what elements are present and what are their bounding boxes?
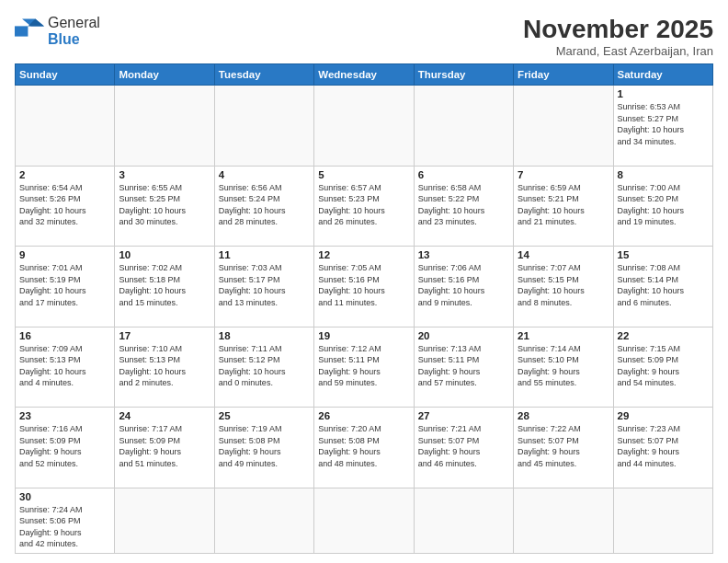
day-info: Sunrise: 7:05 AM Sunset: 5:16 PM Dayligh… [318,262,409,308]
day-info: Sunrise: 6:58 AM Sunset: 5:22 PM Dayligh… [418,182,509,228]
logo-text: General Blue [48,15,100,47]
day-info: Sunrise: 7:19 AM Sunset: 5:08 PM Dayligh… [219,423,310,469]
day-number: 21 [518,330,609,341]
calendar-cell: 5Sunrise: 6:57 AM Sunset: 5:23 PM Daylig… [314,166,414,247]
day-number: 14 [518,249,609,260]
calendar-cell [414,86,513,167]
generalblue-logo-icon [15,18,44,44]
svg-rect-0 [15,26,28,36]
day-number: 18 [219,330,310,341]
calendar-cell: 19Sunrise: 7:12 AM Sunset: 5:11 PM Dayli… [314,327,414,408]
calendar-cell [115,86,214,167]
calendar-cell: 23Sunrise: 7:16 AM Sunset: 5:09 PM Dayli… [16,408,115,488]
day-info: Sunrise: 6:54 AM Sunset: 5:26 PM Dayligh… [19,182,110,228]
calendar-cell [514,86,613,167]
calendar-cell: 6Sunrise: 6:58 AM Sunset: 5:22 PM Daylig… [414,166,513,247]
calendar-cell [314,488,414,553]
calendar-cell: 25Sunrise: 7:19 AM Sunset: 5:08 PM Dayli… [214,408,313,488]
calendar-week-row: 9Sunrise: 7:01 AM Sunset: 5:19 PM Daylig… [16,247,713,327]
weekday-header-thursday: Thursday [414,64,513,86]
calendar-cell: 3Sunrise: 6:55 AM Sunset: 5:25 PM Daylig… [115,166,214,247]
day-info: Sunrise: 7:14 AM Sunset: 5:10 PM Dayligh… [518,343,609,389]
day-info: Sunrise: 7:08 AM Sunset: 5:14 PM Dayligh… [618,262,709,308]
day-info: Sunrise: 7:07 AM Sunset: 5:15 PM Dayligh… [518,262,609,308]
day-info: Sunrise: 7:12 AM Sunset: 5:11 PM Dayligh… [318,343,409,389]
day-info: Sunrise: 7:20 AM Sunset: 5:08 PM Dayligh… [318,423,409,469]
calendar-cell: 24Sunrise: 7:17 AM Sunset: 5:09 PM Dayli… [115,408,214,488]
calendar-cell [16,86,115,167]
calendar-week-row: 16Sunrise: 7:09 AM Sunset: 5:13 PM Dayli… [16,327,713,408]
day-number: 8 [618,169,709,180]
calendar-week-row: 1Sunrise: 6:53 AM Sunset: 5:27 PM Daylig… [16,86,713,167]
calendar-cell: 18Sunrise: 7:11 AM Sunset: 5:12 PM Dayli… [214,327,313,408]
day-info: Sunrise: 7:06 AM Sunset: 5:16 PM Dayligh… [418,262,509,308]
calendar-cell: 9Sunrise: 7:01 AM Sunset: 5:19 PM Daylig… [16,247,115,327]
day-number: 26 [318,410,409,421]
weekday-header-row: SundayMondayTuesdayWednesdayThursdayFrid… [16,64,713,86]
calendar-cell: 22Sunrise: 7:15 AM Sunset: 5:09 PM Dayli… [613,327,712,408]
weekday-header-tuesday: Tuesday [214,64,313,86]
day-info: Sunrise: 7:21 AM Sunset: 5:07 PM Dayligh… [418,423,509,469]
day-number: 5 [318,169,409,180]
day-number: 25 [219,410,310,421]
location: Marand, East Azerbaijan, Iran [523,44,713,58]
weekday-header-sunday: Sunday [16,64,115,86]
calendar-cell [613,488,712,553]
day-number: 28 [518,410,609,421]
calendar-cell: 30Sunrise: 7:24 AM Sunset: 5:06 PM Dayli… [16,488,115,553]
day-number: 10 [119,249,210,260]
calendar-cell: 10Sunrise: 7:02 AM Sunset: 5:18 PM Dayli… [115,247,214,327]
calendar-week-row: 30Sunrise: 7:24 AM Sunset: 5:06 PM Dayli… [16,488,713,553]
day-info: Sunrise: 7:15 AM Sunset: 5:09 PM Dayligh… [618,343,709,389]
day-info: Sunrise: 6:53 AM Sunset: 5:27 PM Dayligh… [618,101,709,147]
day-info: Sunrise: 7:22 AM Sunset: 5:07 PM Dayligh… [518,423,609,469]
calendar-cell: 8Sunrise: 7:00 AM Sunset: 5:20 PM Daylig… [613,166,712,247]
day-number: 16 [19,330,110,341]
day-info: Sunrise: 7:24 AM Sunset: 5:06 PM Dayligh… [19,504,110,550]
day-number: 27 [418,410,509,421]
weekday-header-wednesday: Wednesday [314,64,414,86]
day-number: 30 [19,491,110,502]
logo: General Blue [15,15,100,47]
day-number: 11 [219,249,310,260]
calendar-cell: 29Sunrise: 7:23 AM Sunset: 5:07 PM Dayli… [613,408,712,488]
calendar-cell [115,488,214,553]
calendar-cell: 21Sunrise: 7:14 AM Sunset: 5:10 PM Dayli… [514,327,613,408]
day-number: 29 [618,410,709,421]
calendar-cell: 7Sunrise: 6:59 AM Sunset: 5:21 PM Daylig… [514,166,613,247]
day-info: Sunrise: 6:56 AM Sunset: 5:24 PM Dayligh… [219,182,310,228]
calendar-header: SundayMondayTuesdayWednesdayThursdayFrid… [16,64,713,86]
calendar-cell: 28Sunrise: 7:22 AM Sunset: 5:07 PM Dayli… [514,408,613,488]
day-info: Sunrise: 7:00 AM Sunset: 5:20 PM Dayligh… [618,182,709,228]
day-info: Sunrise: 7:03 AM Sunset: 5:17 PM Dayligh… [219,262,310,308]
day-info: Sunrise: 7:09 AM Sunset: 5:13 PM Dayligh… [19,343,110,389]
day-number: 7 [518,169,609,180]
day-info: Sunrise: 6:57 AM Sunset: 5:23 PM Dayligh… [318,182,409,228]
title-block: November 2025 Marand, East Azerbaijan, I… [523,15,713,58]
calendar-cell: 17Sunrise: 7:10 AM Sunset: 5:13 PM Dayli… [115,327,214,408]
calendar-cell [214,488,313,553]
calendar-cell: 2Sunrise: 6:54 AM Sunset: 5:26 PM Daylig… [16,166,115,247]
day-number: 15 [618,249,709,260]
day-number: 19 [318,330,409,341]
day-number: 23 [19,410,110,421]
calendar-cell: 27Sunrise: 7:21 AM Sunset: 5:07 PM Dayli… [414,408,513,488]
calendar-cell: 15Sunrise: 7:08 AM Sunset: 5:14 PM Dayli… [613,247,712,327]
day-info: Sunrise: 7:10 AM Sunset: 5:13 PM Dayligh… [119,343,210,389]
calendar-cell: 14Sunrise: 7:07 AM Sunset: 5:15 PM Dayli… [514,247,613,327]
day-info: Sunrise: 6:59 AM Sunset: 5:21 PM Dayligh… [518,182,609,228]
calendar-cell [414,488,513,553]
page-header: General Blue November 2025 Marand, East … [15,15,713,58]
day-number: 3 [119,169,210,180]
day-info: Sunrise: 7:17 AM Sunset: 5:09 PM Dayligh… [119,423,210,469]
calendar-cell [214,86,313,167]
calendar-body: 1Sunrise: 6:53 AM Sunset: 5:27 PM Daylig… [16,86,713,554]
day-number: 22 [618,330,709,341]
month-title: November 2025 [523,15,713,44]
day-info: Sunrise: 7:11 AM Sunset: 5:12 PM Dayligh… [219,343,310,389]
day-number: 17 [119,330,210,341]
calendar-cell: 13Sunrise: 7:06 AM Sunset: 5:16 PM Dayli… [414,247,513,327]
calendar-cell: 26Sunrise: 7:20 AM Sunset: 5:08 PM Dayli… [314,408,414,488]
day-number: 20 [418,330,509,341]
calendar-week-row: 23Sunrise: 7:16 AM Sunset: 5:09 PM Dayli… [16,408,713,488]
